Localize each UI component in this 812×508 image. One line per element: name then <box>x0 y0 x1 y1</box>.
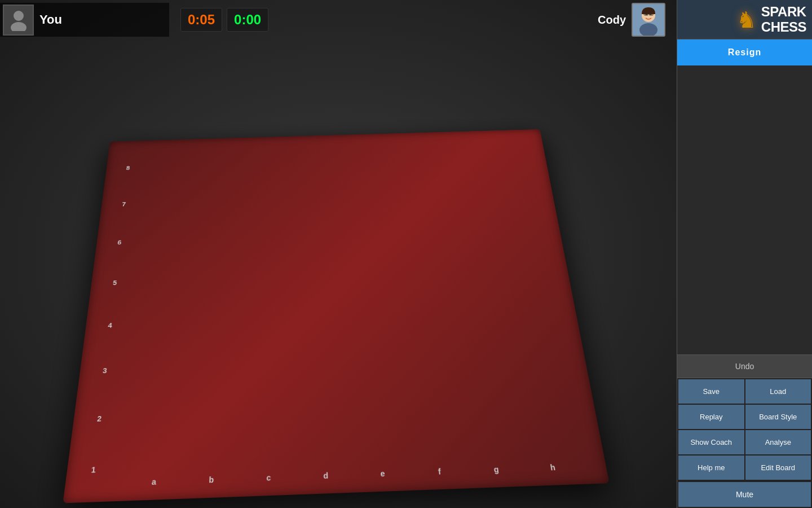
rank-6-label: 6 <box>117 239 122 246</box>
chess-board-svg[interactable]: 8 7 6 5 4 3 2 1 a b c d e f g h <box>74 136 598 492</box>
chess-horse-icon: ♞ <box>736 7 757 33</box>
rank-1-label: 1 <box>91 466 96 475</box>
sidebar: ♞ SPARK CHESS Resign Undo Save Load Repl… <box>677 0 812 508</box>
timer-you: 0:05 <box>180 8 222 32</box>
resign-button[interactable]: Resign <box>677 40 812 65</box>
file-b-label: b <box>209 475 214 484</box>
file-f-label: f <box>438 467 442 476</box>
rank-4-label: 4 <box>108 322 113 329</box>
mute-button[interactable]: Mute <box>678 482 811 507</box>
rank-3-label: 3 <box>102 367 107 375</box>
chess-board-outer: 8 7 6 5 4 3 2 1 a b c d e f g h <box>63 129 609 503</box>
rank-2-label: 2 <box>96 414 102 423</box>
logo-text: SPARK CHESS <box>761 5 806 34</box>
help-me-button[interactable]: Help me <box>678 456 744 480</box>
rank-8-label: 8 <box>126 165 130 172</box>
board-container: 8 7 6 5 4 3 2 1 a b c d e f g h <box>28 42 648 500</box>
player-cody-name: Cody <box>598 14 626 27</box>
player-cody-panel: Cody <box>598 3 665 37</box>
file-g-label: g <box>493 465 500 474</box>
show-coach-button[interactable]: Show Coach <box>678 430 744 454</box>
player-you-avatar <box>3 5 34 36</box>
undo-button[interactable]: Undo <box>677 354 812 378</box>
save-button[interactable]: Save <box>678 379 744 404</box>
file-h-label: h <box>550 463 556 472</box>
board-wrapper: 8 7 6 5 4 3 2 1 a b c d e f g h <box>27 129 646 508</box>
timer-opponent: 0:00 <box>227 8 268 32</box>
file-c-label: c <box>266 473 271 482</box>
file-d-label: d <box>323 471 328 480</box>
replay-button[interactable]: Replay <box>678 405 744 429</box>
file-a-label: a <box>151 478 157 487</box>
spark-chess-logo: ♞ SPARK CHESS <box>677 0 812 40</box>
sidebar-middle <box>677 65 812 354</box>
edit-board-button[interactable]: Edit Board <box>745 456 811 480</box>
timers-panel: 0:05 0:00 <box>180 8 268 32</box>
board-style-button[interactable]: Board Style <box>745 405 811 429</box>
rank-5-label: 5 <box>113 279 118 287</box>
top-bar: You 0:05 0:00 Cody <box>0 0 677 40</box>
logo-spark: SPARK <box>761 5 806 19</box>
player-you-panel: You <box>0 3 169 37</box>
load-button[interactable]: Load <box>745 379 811 404</box>
button-grid: Save Load Replay Board Style Show Coach … <box>677 378 812 481</box>
svg-point-0 <box>14 11 24 21</box>
rank-7-label: 7 <box>122 201 126 207</box>
player-you-name: You <box>39 12 62 27</box>
game-area: You 0:05 0:00 Cody <box>0 0 677 508</box>
logo-chess: CHESS <box>761 20 806 34</box>
sidebar-bottom: Mute <box>677 481 812 508</box>
cody-avatar-icon <box>633 4 664 36</box>
avatar-silhouette-icon <box>7 8 30 31</box>
file-e-label: e <box>380 469 385 478</box>
svg-point-1 <box>11 22 27 31</box>
player-cody-avatar <box>632 3 665 37</box>
analyse-button[interactable]: Analyse <box>745 430 811 454</box>
